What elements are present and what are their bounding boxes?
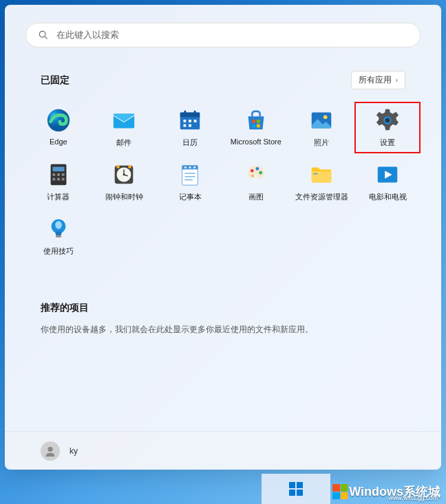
svg-point-47: [251, 175, 254, 177]
svg-point-0: [39, 31, 45, 37]
svg-point-35: [129, 165, 132, 168]
user-name[interactable]: ky: [70, 446, 78, 456]
watermark-sub: www.wxcLgg.com: [388, 494, 438, 501]
svg-rect-55: [289, 482, 295, 488]
svg-rect-15: [252, 124, 255, 128]
svg-rect-26: [52, 178, 55, 181]
app-label: 画图: [248, 192, 264, 202]
search-bar[interactable]: 在此键入以搜索: [25, 23, 421, 47]
notepad-icon: [177, 162, 203, 188]
clock-icon: [111, 162, 137, 188]
app-label: 使用技巧: [43, 246, 74, 256]
svg-point-20: [385, 118, 390, 122]
app-label: Microsoft Store: [231, 138, 282, 146]
app-label: 文件资源管理器: [295, 192, 348, 202]
app-edge[interactable]: Edge: [25, 102, 92, 153]
svg-rect-13: [252, 120, 255, 123]
tips-icon: [45, 216, 72, 242]
svg-rect-5: [180, 113, 200, 118]
pinned-section: 已固定 所有应用 › Edge: [5, 47, 441, 262]
pinned-title: 已固定: [41, 74, 70, 87]
svg-rect-6: [184, 111, 187, 115]
user-avatar[interactable]: [41, 441, 60, 461]
app-tips[interactable]: 使用技巧: [25, 210, 92, 262]
app-label: 电影和电视: [369, 192, 407, 202]
app-label: 设置: [380, 138, 395, 148]
svg-rect-8: [184, 120, 187, 122]
search-placeholder: 在此键入以搜索: [56, 29, 119, 41]
bottom-bar: ky: [5, 431, 441, 470]
store-icon: [243, 107, 269, 133]
svg-rect-9: [189, 120, 191, 122]
svg-rect-23: [52, 173, 55, 176]
svg-rect-24: [57, 173, 60, 176]
app-photos[interactable]: 照片: [289, 102, 355, 153]
app-label: 闹钟和时钟: [105, 192, 143, 202]
svg-point-40: [193, 166, 195, 168]
svg-rect-22: [52, 167, 64, 172]
person-icon: [44, 445, 56, 457]
svg-point-44: [251, 169, 254, 173]
apps-grid: Edge 邮件: [25, 102, 421, 262]
svg-point-45: [255, 167, 259, 171]
svg-rect-12: [189, 124, 191, 127]
windows-start-icon[interactable]: [288, 481, 304, 497]
recommended-title: 推荐的项目: [41, 302, 405, 314]
svg-point-38: [184, 166, 187, 168]
calendar-icon: [177, 107, 203, 133]
movies-icon: [374, 162, 401, 188]
svg-point-54: [47, 446, 52, 451]
watermark-logo-icon: [332, 484, 348, 499]
app-label: 照片: [314, 138, 329, 148]
start-menu: 在此键入以搜索 已固定 所有应用 › Edge: [5, 5, 441, 470]
svg-rect-49: [314, 173, 318, 174]
app-calculator[interactable]: 计算器: [25, 156, 92, 208]
svg-rect-25: [62, 173, 65, 176]
svg-point-46: [259, 171, 262, 175]
svg-point-33: [123, 174, 125, 176]
app-mail[interactable]: 邮件: [92, 102, 158, 153]
app-paint[interactable]: 画图: [223, 156, 289, 208]
app-label: 计算器: [47, 192, 70, 202]
calculator-icon: [45, 162, 72, 188]
app-label: 日历: [182, 138, 198, 148]
explorer-icon: [308, 162, 334, 188]
all-apps-label: 所有应用: [359, 74, 392, 86]
svg-point-18: [323, 115, 328, 119]
app-clock[interactable]: 闹钟和时钟: [92, 156, 158, 208]
svg-rect-48: [312, 171, 332, 182]
svg-point-34: [117, 165, 120, 168]
app-settings[interactable]: 设置: [354, 102, 421, 153]
all-apps-button[interactable]: 所有应用 ›: [351, 71, 405, 89]
app-store[interactable]: Microsoft Store: [223, 102, 289, 153]
app-calendar[interactable]: 日历: [157, 102, 223, 153]
svg-point-53: [55, 221, 62, 229]
app-label: 邮件: [116, 138, 131, 148]
recommended-section: 推荐的项目 你使用的设备越多，我们就会在此处显示更多你最近使用的文件和新应用。: [5, 302, 441, 336]
svg-rect-10: [194, 120, 197, 122]
recommended-description: 你使用的设备越多，我们就会在此处显示更多你最近使用的文件和新应用。: [41, 324, 405, 336]
watermark: Windows系统城 www.wxcLgg.com: [332, 483, 440, 500]
svg-rect-7: [194, 111, 196, 115]
svg-rect-27: [57, 178, 60, 181]
svg-line-1: [45, 36, 47, 39]
paint-icon: [243, 162, 269, 188]
svg-rect-11: [184, 124, 187, 127]
svg-rect-58: [297, 490, 303, 496]
settings-icon: [374, 107, 401, 133]
edge-icon: [45, 107, 72, 133]
photos-icon: [308, 107, 334, 133]
mail-icon: [111, 107, 137, 133]
svg-rect-52: [56, 236, 61, 238]
app-notepad[interactable]: 记事本: [157, 156, 223, 208]
svg-rect-16: [257, 124, 260, 128]
app-label: Edge: [50, 138, 67, 146]
app-explorer[interactable]: 文件资源管理器: [289, 156, 355, 208]
pinned-header: 已固定 所有应用 ›: [41, 71, 405, 89]
app-movies[interactable]: 电影和电视: [354, 156, 421, 208]
svg-point-39: [189, 166, 191, 168]
search-icon: [39, 30, 48, 40]
svg-rect-28: [62, 178, 65, 181]
svg-rect-56: [297, 482, 303, 488]
taskbar: [262, 474, 330, 504]
